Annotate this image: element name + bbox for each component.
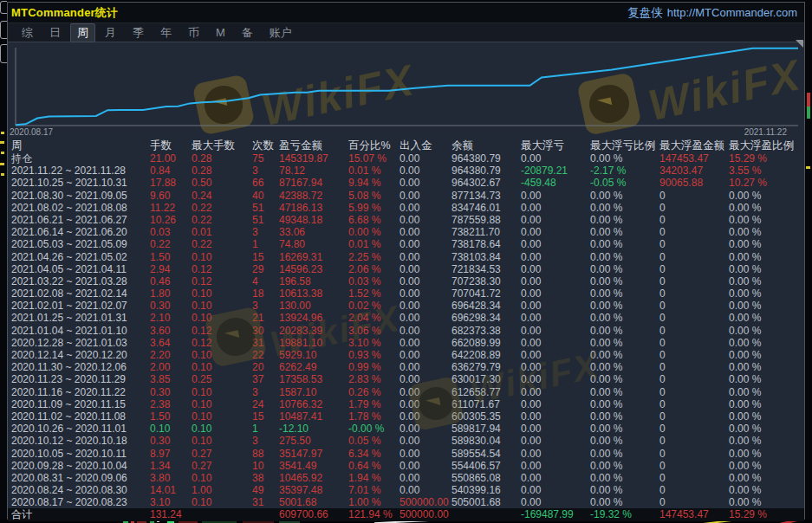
- brand-url[interactable]: http://MTCommander.com: [667, 6, 797, 19]
- menu-tab-账户[interactable]: 账户: [263, 23, 299, 42]
- cell-0: 2020.08.31 ~ 2020.09.06: [11, 472, 150, 484]
- cell-9: 0.00 %: [590, 275, 659, 287]
- cell-11: 0.00 %: [729, 484, 804, 496]
- column-header-10[interactable]: 最大浮盈金额: [659, 139, 729, 152]
- table-row[interactable]: 2021.04.26 ~ 2021.05.021.500.101516269.3…: [8, 251, 804, 263]
- table-row[interactable]: 2020.08.24 ~ 2020.08.3014.011.004935397.…: [8, 484, 804, 496]
- cell-10: 0: [659, 275, 729, 287]
- cell-5: 1.78 %: [348, 410, 400, 423]
- table-row[interactable]: 2020.11.09 ~ 2020.11.152.380.102410766.3…: [8, 398, 804, 410]
- cell-2: 0.22: [192, 214, 252, 226]
- scroll-grip-icon[interactable]: [796, 40, 803, 48]
- column-header-11[interactable]: 最大浮盈比例: [729, 139, 804, 152]
- cell-9: 0.00 %: [590, 484, 659, 496]
- table-row[interactable]: 2020.09.28 ~ 2020.10.041.340.27103541.49…: [8, 460, 804, 472]
- table-total-row[interactable]: 合计131.24609700.66121.94 %500000.00-16948…: [8, 508, 804, 520]
- table-row[interactable]: 2021.04.05 ~ 2021.04.112.940.122914596.2…: [8, 263, 804, 275]
- table-row[interactable]: 2020.10.12 ~ 2020.10.180.300.103275.500.…: [8, 435, 804, 447]
- table-row[interactable]: 2021.03.22 ~ 2021.03.280.460.124196.580.…: [8, 275, 804, 287]
- table-row[interactable]: 2020.12.14 ~ 2020.12.202.200.10225929.10…: [8, 349, 804, 361]
- cell-7: 540399.16: [451, 484, 521, 496]
- mtcommander-stats-window: MTCommander统计 复盘侠http://MTCommander.com …: [7, 2, 805, 520]
- cell-2: 0.27: [192, 448, 252, 460]
- table-row[interactable]: 2021.01.04 ~ 2021.01.103.600.123020283.3…: [8, 325, 804, 337]
- cell-8: 0.00: [521, 435, 590, 447]
- menu-tab-综[interactable]: 综: [15, 23, 40, 42]
- cell-0: 2021.03.22 ~ 2021.03.28: [11, 275, 150, 287]
- cell-4: 17358.53: [279, 373, 348, 385]
- table-row[interactable]: 2020.08.17 ~ 2020.08.233.100.10315001.68…: [8, 496, 804, 508]
- table-row[interactable]: 2020.12.28 ~ 2021.01.033.640.123119881.1…: [8, 337, 804, 349]
- cell-8: 0.00: [521, 312, 590, 324]
- cell-6: 0.00: [400, 472, 451, 484]
- table-row[interactable]: 2020.11.16 ~ 2020.11.220.300.1031587.100…: [8, 386, 804, 398]
- table-row[interactable]: 2021.10.25 ~ 2021.10.3117.880.506687167.…: [8, 177, 804, 189]
- menu-tab-周[interactable]: 周: [70, 23, 95, 42]
- cell-1: 3.10: [150, 496, 192, 508]
- table-row[interactable]: 持仓21.000.2875145319.8715.07 %0.00964380.…: [8, 152, 804, 165]
- cell-0: 2021.02.08 ~ 2021.02.14: [11, 287, 150, 300]
- column-header-2[interactable]: 最大手数: [192, 139, 252, 152]
- menu-tab-年[interactable]: 年: [153, 23, 179, 42]
- cell-10: 0: [659, 300, 729, 312]
- cell-5: 15.07 %: [348, 152, 400, 165]
- cell-7: 612658.77: [451, 386, 521, 398]
- column-header-4[interactable]: 盈亏金额: [279, 139, 348, 152]
- table-row[interactable]: 2020.11.30 ~ 2020.12.062.000.10206262.49…: [8, 361, 804, 373]
- cell-1: 2.38: [150, 398, 192, 410]
- cell-6: 0.00: [400, 460, 451, 472]
- column-header-7[interactable]: 余额: [451, 139, 521, 152]
- table-row[interactable]: 2020.08.31 ~ 2020.09.063.800.103810465.9…: [8, 472, 804, 484]
- table-row[interactable]: 2021.11.22 ~ 2021.11.280.840.28378.120.0…: [8, 165, 804, 177]
- cell-5: 2.06 %: [348, 263, 400, 275]
- column-header-0[interactable]: 周: [11, 139, 150, 152]
- cell-2: 0.12: [192, 275, 252, 287]
- cell-8: 0.00: [521, 496, 590, 508]
- cell-3: 1: [252, 423, 279, 435]
- table-row[interactable]: 2021.08.30 ~ 2021.09.059.600.244042388.7…: [8, 190, 804, 202]
- column-header-5[interactable]: 百分比%: [348, 139, 400, 152]
- background-toolbar-button: [0, 44, 7, 63]
- cell-3: 30: [252, 325, 279, 337]
- cell-6: 0.00: [400, 448, 451, 460]
- column-header-1[interactable]: 手数: [150, 139, 192, 152]
- brand-link[interactable]: 复盘侠http://MTCommander.com: [627, 5, 797, 21]
- table-row[interactable]: 2021.06.14 ~ 2021.06.200.030.01333.060.0…: [8, 226, 804, 238]
- cell-5: 1.00 %: [348, 496, 400, 508]
- table-row[interactable]: 2020.10.05 ~ 2020.10.118.970.278835147.9…: [8, 448, 804, 460]
- cell-0: 2021.08.02 ~ 2021.08.08: [11, 202, 150, 214]
- cell-4: 78.12: [279, 165, 348, 177]
- table-row[interactable]: 2021.06.21 ~ 2021.06.2710.260.225149348.…: [8, 214, 804, 226]
- cell-2: 0.28: [192, 165, 252, 177]
- table-row[interactable]: 2020.11.02 ~ 2020.11.081.500.101510487.4…: [8, 410, 804, 423]
- x-axis-start-label: 2020.08.17: [10, 127, 53, 137]
- cell-3: 38: [252, 472, 279, 484]
- table-row[interactable]: 2020.10.26 ~ 2020.11.010.100.101-12.10-0…: [8, 423, 804, 435]
- table-row[interactable]: 2020.11.23 ~ 2020.11.293.850.253717358.5…: [8, 373, 804, 385]
- table-row[interactable]: 2021.02.01 ~ 2021.02.070.300.103130.000.…: [8, 300, 804, 312]
- table-row[interactable]: 2021.01.25 ~ 2021.01.312.100.102113924.9…: [8, 312, 804, 324]
- cell-9: 0.00 %: [590, 287, 659, 300]
- column-header-9[interactable]: 最大浮亏比例: [590, 139, 659, 152]
- table-row[interactable]: 2021.05.03 ~ 2021.05.090.220.22174.800.0…: [8, 238, 804, 250]
- table-row[interactable]: 2021.02.08 ~ 2021.02.141.800.101810613.3…: [8, 287, 804, 300]
- menu-tab-币[interactable]: 币: [181, 23, 206, 42]
- background-toolbar-button: [0, 21, 7, 39]
- column-header-8[interactable]: 最大浮亏: [521, 139, 590, 152]
- column-header-3[interactable]: 次数: [252, 139, 279, 152]
- menu-tab-季[interactable]: 季: [126, 23, 151, 42]
- cell-7: 696428.34: [451, 300, 521, 312]
- menu-tab-M[interactable]: M: [209, 24, 232, 41]
- table-row[interactable]: 2021.08.02 ~ 2021.08.0811.220.225147186.…: [8, 202, 804, 214]
- cell-6: 0.00: [400, 361, 451, 373]
- cell-4: 47186.13: [279, 202, 348, 214]
- column-header-6[interactable]: 出入金: [400, 139, 451, 152]
- cell-3: 21: [252, 312, 279, 324]
- menu-tab-月[interactable]: 月: [98, 23, 123, 42]
- cell-4: 10487.41: [279, 410, 348, 423]
- cell-0: 2020.10.05 ~ 2020.10.11: [11, 448, 150, 460]
- cell-5: 0.00 %: [348, 226, 400, 238]
- menu-tab-日[interactable]: 日: [42, 23, 68, 42]
- menu-tab-备[interactable]: 备: [235, 23, 260, 42]
- cell-8: 0.00: [521, 398, 590, 410]
